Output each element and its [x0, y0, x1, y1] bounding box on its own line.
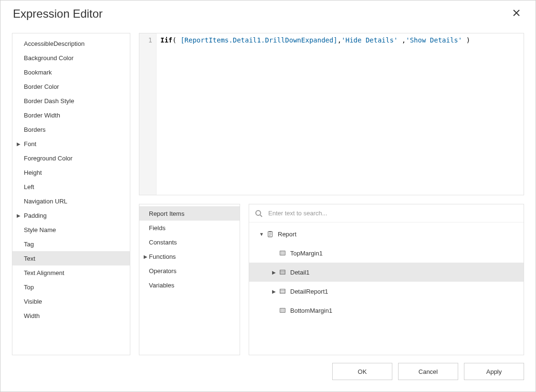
- expand-icon: ▶: [15, 141, 22, 147]
- property-label: Text Alignment: [22, 269, 64, 276]
- property-label: Visible: [22, 298, 42, 305]
- expression-editor-window: Expression Editor AccessibleDescriptionB…: [0, 0, 536, 392]
- category-item[interactable]: Operators: [139, 264, 240, 278]
- tree-node[interactable]: ▶Detail1: [249, 263, 524, 282]
- property-item[interactable]: Tag: [12, 237, 130, 251]
- category-item[interactable]: ▶Functions: [139, 249, 240, 264]
- categories-panel[interactable]: Report ItemsFieldsConstants▶FunctionsOpe…: [139, 204, 240, 355]
- property-item[interactable]: Navigation URL: [12, 194, 130, 208]
- property-label: Style Name: [22, 226, 56, 233]
- ok-button[interactable]: OK: [332, 363, 392, 380]
- tree-node-label: BottomMargin1: [287, 307, 332, 314]
- search-icon: [255, 210, 263, 217]
- property-label: Font: [22, 140, 36, 148]
- search-row: [249, 204, 524, 222]
- property-item[interactable]: AccessibleDescription: [12, 36, 130, 51]
- property-label: Navigation URL: [22, 198, 67, 205]
- expr-comma2: ,: [402, 36, 406, 44]
- tree-node-label: TopMargin1: [287, 250, 323, 257]
- category-item[interactable]: Constants: [139, 235, 240, 249]
- properties-panel[interactable]: AccessibleDescriptionBackground ColorBoo…: [12, 33, 130, 355]
- property-label: Bookmark: [22, 69, 52, 76]
- bottom-panels: Report ItemsFieldsConstants▶FunctionsOpe…: [139, 204, 524, 355]
- expr-close: ): [462, 36, 470, 44]
- category-label: Variables: [149, 282, 174, 289]
- band-icon: [278, 269, 287, 275]
- category-item[interactable]: Fields: [139, 221, 240, 235]
- property-item[interactable]: Border Dash Style: [12, 94, 130, 108]
- expr-arg: [ReportItems.Detail1.DrillDownExpanded]: [180, 36, 337, 44]
- tree-arrow-icon[interactable]: ▼: [258, 232, 265, 237]
- property-item[interactable]: Text Alignment: [12, 265, 130, 280]
- property-item[interactable]: Background Color: [12, 51, 130, 65]
- property-item[interactable]: Text: [12, 251, 130, 265]
- property-item[interactable]: ▶Padding: [12, 208, 130, 222]
- code-area[interactable]: Iif( [ReportItems.Detail1.DrillDownExpan…: [157, 33, 524, 195]
- footer: OK Cancel Apply: [0, 355, 536, 392]
- apply-button[interactable]: Apply: [464, 363, 524, 380]
- close-button[interactable]: [510, 7, 523, 21]
- category-label: Report Items: [149, 210, 184, 217]
- property-item[interactable]: Width: [12, 308, 130, 323]
- property-label: Background Color: [22, 54, 74, 62]
- tree-node[interactable]: BottomMargin1: [249, 301, 524, 320]
- band-icon: [278, 288, 287, 295]
- property-label: Left: [22, 183, 34, 191]
- property-item[interactable]: Bookmark: [12, 65, 130, 79]
- property-item[interactable]: Border Width: [12, 108, 130, 122]
- property-item[interactable]: Height: [12, 165, 130, 180]
- property-label: Top: [22, 284, 34, 291]
- expression-code-editor[interactable]: 1 Iif( [ReportItems.Detail1.DrillDownExp…: [139, 33, 524, 195]
- property-item[interactable]: Borders: [12, 122, 130, 137]
- clipboard-icon: [265, 231, 275, 237]
- expr-str2: 'Show Details': [406, 36, 462, 44]
- tree-node[interactable]: TopMargin1: [249, 244, 524, 263]
- property-label: Tag: [22, 241, 34, 248]
- tree-arrow-icon[interactable]: ▶: [270, 289, 278, 294]
- category-item[interactable]: Variables: [139, 278, 240, 292]
- expr-fn: Iif: [160, 36, 172, 44]
- property-item[interactable]: Foreground Color: [12, 151, 130, 165]
- tree-arrow-icon[interactable]: ▶: [270, 270, 278, 275]
- category-item[interactable]: Report Items: [139, 206, 240, 221]
- property-item[interactable]: Top: [12, 280, 130, 294]
- tree-node-label: Report: [275, 231, 296, 238]
- bars-icon: [278, 307, 287, 314]
- titlebar: Expression Editor: [0, 0, 536, 27]
- right-column: 1 Iif( [ReportItems.Detail1.DrillDownExp…: [139, 33, 524, 355]
- expr-open: (: [172, 36, 180, 44]
- property-label: Foreground Color: [22, 155, 73, 162]
- line-gutter: 1: [139, 33, 157, 195]
- property-label: Width: [22, 312, 40, 319]
- report-items-tree[interactable]: ▼ReportTopMargin1▶Detail1▶DetailReport1B…: [249, 222, 524, 355]
- tree-node-label: Detail1: [287, 269, 309, 276]
- expand-icon: ▶: [15, 213, 22, 218]
- property-label: Border Color: [22, 83, 59, 90]
- window-title: Expression Editor: [13, 7, 103, 21]
- property-label: AccessibleDescription: [22, 40, 84, 47]
- property-label: Text: [22, 255, 35, 262]
- property-label: Border Dash Style: [22, 97, 74, 105]
- expand-icon: ▶: [142, 254, 149, 259]
- property-label: Borders: [22, 126, 46, 133]
- expr-str1: 'Hide Details': [341, 36, 398, 44]
- category-label: Fields: [149, 224, 166, 232]
- body: AccessibleDescriptionBackground ColorBoo…: [0, 27, 536, 355]
- category-label: Constants: [149, 239, 177, 246]
- cancel-button[interactable]: Cancel: [398, 363, 458, 380]
- tree-node[interactable]: ▼Report: [249, 224, 524, 244]
- property-item[interactable]: Left: [12, 180, 130, 194]
- property-item[interactable]: Border Color: [12, 79, 130, 94]
- property-item[interactable]: Style Name: [12, 222, 130, 237]
- category-label: Operators: [149, 267, 177, 275]
- property-label: Padding: [22, 212, 47, 219]
- search-input[interactable]: [267, 209, 518, 217]
- property-label: Border Width: [22, 112, 60, 119]
- expr-space: [398, 36, 401, 44]
- category-label: Functions: [149, 253, 176, 260]
- tree-node[interactable]: ▶DetailReport1: [249, 282, 524, 301]
- property-item[interactable]: Visible: [12, 294, 130, 308]
- tree-node-label: DetailReport1: [287, 288, 328, 295]
- property-label: Height: [22, 169, 42, 176]
- property-item[interactable]: ▶Font: [12, 137, 130, 151]
